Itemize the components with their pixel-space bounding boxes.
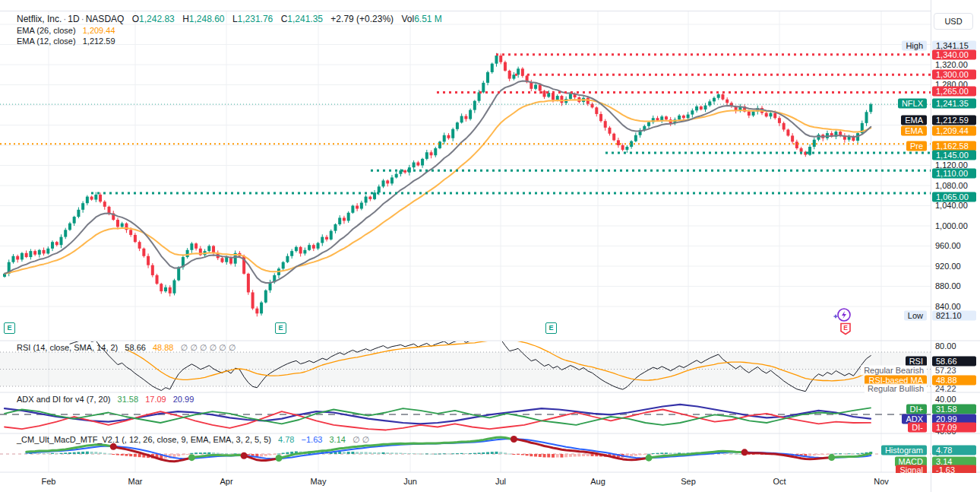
month-label: Apr: [220, 477, 232, 486]
scale-value-chip: 4.78: [932, 446, 976, 455]
scale-label-chip: DI-: [908, 423, 927, 433]
scale-value-chip: 1,265.00: [932, 87, 976, 97]
earnings-marker-icon[interactable]: E: [545, 322, 557, 334]
price-tick: 960.00: [935, 241, 961, 250]
scale-label-chip: High: [902, 41, 927, 51]
price-tick: 880.00: [935, 281, 961, 290]
price-tick: 840.00: [935, 302, 961, 311]
month-label: Nov: [874, 477, 889, 486]
scale-label-chip: EMA: [901, 116, 927, 125]
earnings-marker-icon[interactable]: E: [275, 322, 286, 334]
price-tick: 40.00: [935, 395, 956, 404]
scale-value-chip: 1,340.00: [932, 50, 976, 60]
scale-label-chip: Low: [904, 311, 927, 321]
scale-label-chip: Pre: [906, 141, 927, 151]
price-tick: 80.00: [935, 341, 956, 351]
scale-value-chip: 1,110.00: [932, 169, 976, 179]
scale-label-chip: Signal: [896, 465, 927, 474]
scale-label-chip: DI+: [906, 405, 927, 414]
indicator-label: Regular Bearish: [861, 366, 927, 376]
month-label: Aug: [590, 477, 605, 486]
flash-idea-icon[interactable]: [833, 307, 852, 325]
scale-value-chip: 821.10: [932, 311, 976, 321]
month-label: Sep: [681, 477, 696, 486]
time-axis[interactable]: FebMarAprMayJunJulAugSepOctNov: [0, 473, 931, 492]
indicator-label: Regular Bullish: [865, 384, 927, 394]
scale-value-chip: 31.58: [932, 405, 976, 414]
price-tick: 1,000.00: [935, 221, 968, 230]
price-tick: 1,320.00: [935, 60, 968, 69]
scale-value-chip: 1,209.44: [932, 126, 976, 136]
month-label: Mar: [128, 477, 143, 486]
scale-value-chip: 1,065.00: [932, 192, 976, 202]
month-label: Feb: [42, 477, 56, 486]
earnings-marker-icon[interactable]: E: [4, 322, 15, 334]
scale-label-chip: EMA: [901, 126, 927, 136]
scale-label-chip: Histogram: [881, 446, 927, 455]
scale-value-chip: 1,300.00: [932, 70, 976, 80]
price-tick: 1,040.00: [935, 201, 968, 210]
scale-value-chip: 1,241.35: [932, 99, 976, 109]
currency-button[interactable]: USD: [934, 13, 973, 30]
indicator-value: 57.23: [935, 366, 956, 375]
price-tick: 1,080.00: [935, 181, 968, 190]
chart-window: Netflix, Inc.·1D·NASDAQ O1,242.83 H1,248…: [0, 0, 980, 492]
price-scale-labels[interactable]: 1,320.001,280.001,120.001,080.001,040.00…: [0, 0, 980, 473]
scale-value-chip: 17.09: [932, 423, 976, 433]
scale-label-chip: NFLX: [898, 99, 927, 109]
scale-value-chip: 1,212.59: [932, 116, 976, 125]
indicator-value: 24.22: [935, 384, 956, 393]
month-label: May: [311, 477, 327, 486]
month-label: Oct: [773, 477, 786, 486]
month-label: Jul: [495, 477, 506, 486]
month-label: Jun: [403, 477, 417, 486]
scale-value-chip: 58.66: [932, 357, 976, 367]
scale-value-chip: -1.63: [932, 465, 976, 474]
scale-value-chip: 1,145.00: [932, 151, 976, 160]
price-tick: 920.00: [935, 262, 961, 271]
